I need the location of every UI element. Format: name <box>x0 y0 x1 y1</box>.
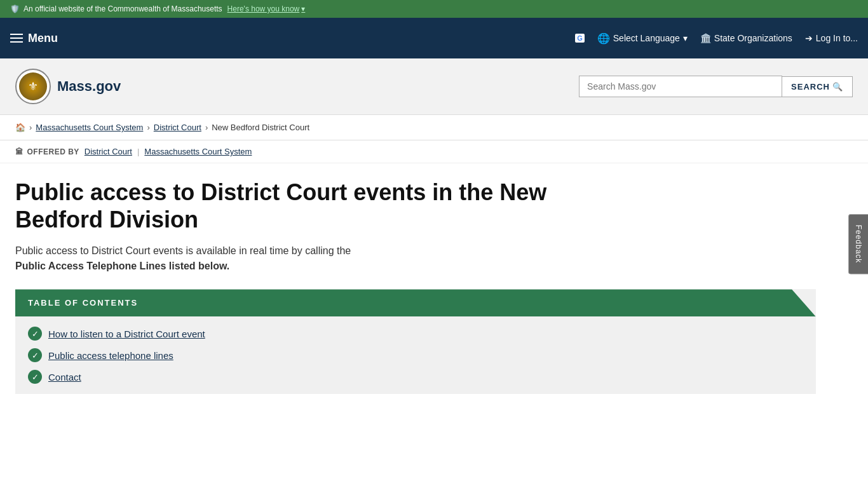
offered-by-label: 🏛 OFFERED BY <box>15 147 79 156</box>
shield-icon: 🛡️ <box>10 4 20 13</box>
offered-by-mass-court-system[interactable]: Massachusetts Court System <box>144 147 252 156</box>
heres-how-label: Here's how you know <box>227 4 300 13</box>
offered-by-district-court[interactable]: District Court <box>85 147 132 156</box>
google-translate-item[interactable]: G <box>575 34 585 43</box>
mass-seal-icon: ⚜ <box>19 72 47 100</box>
globe-icon: 🌐 <box>597 32 610 44</box>
logo-circle: ⚜ <box>15 69 51 104</box>
feedback-tab[interactable]: Feedback <box>848 214 868 274</box>
building-icon: 🏛️ <box>700 33 711 43</box>
nav-bar: Menu G 🌐 Select Language ▾ 🏛️ State Orga… <box>0 18 868 58</box>
search-area: SEARCH 🔍 <box>579 76 853 97</box>
toc-link-2[interactable]: Public access telephone lines <box>48 350 173 361</box>
home-icon[interactable]: 🏠 <box>15 123 25 132</box>
toc-link-3[interactable]: Contact <box>48 372 81 383</box>
offered-divider: | <box>137 147 139 156</box>
page-title: Public access to District Court events i… <box>15 179 587 233</box>
toc-list: ✓ How to listen to a District Court even… <box>15 316 816 394</box>
toc-check-icon-2: ✓ <box>28 348 42 362</box>
login-button[interactable]: ➔ Log In to... <box>805 33 858 43</box>
feedback-label: Feedback <box>854 225 863 264</box>
search-icon: 🔍 <box>832 82 843 92</box>
breadcrumb-sep-1: › <box>29 123 32 132</box>
page-intro-line1: Public access to District Court events i… <box>15 245 351 256</box>
language-selector[interactable]: 🌐 Select Language ▾ <box>597 32 688 44</box>
breadcrumb-sep-2: › <box>147 123 149 132</box>
site-header: ⚜ Mass.gov SEARCH 🔍 <box>0 58 868 115</box>
google-translate-icon: G <box>575 34 585 43</box>
chevron-down-icon: ▾ <box>301 4 305 13</box>
toc-header-label: TABLE OF CONTENTS <box>28 298 138 308</box>
login-label: Log In to... <box>816 33 858 43</box>
menu-label: Menu <box>28 32 58 45</box>
search-button-label: SEARCH <box>791 82 830 92</box>
main-content: Public access to District Court events i… <box>0 163 868 394</box>
search-button[interactable]: SEARCH 🔍 <box>782 76 853 97</box>
heres-how-button[interactable]: Here's how you know ▾ <box>227 4 306 13</box>
state-orgs-label: State Organizations <box>714 33 792 43</box>
toc-header: TABLE OF CONTENTS <box>15 289 816 316</box>
breadcrumb-link-1[interactable]: Massachusetts Court System <box>36 123 143 132</box>
state-orgs-button[interactable]: 🏛️ State Organizations <box>700 33 792 43</box>
top-banner: 🛡️ An official website of the Commonweal… <box>0 0 868 18</box>
page-intro-line2: Public Access Telephone Lines listed bel… <box>15 261 229 271</box>
offered-by-bar: 🏛 OFFERED BY District Court | Massachuse… <box>0 140 868 163</box>
menu-button[interactable]: Menu <box>10 32 58 45</box>
language-label: Select Language <box>613 33 680 43</box>
nav-right: G 🌐 Select Language ▾ 🏛️ State Organizat… <box>575 32 858 44</box>
breadcrumb: 🏠 › Massachusetts Court System › Distric… <box>0 115 868 140</box>
hamburger-icon <box>10 34 23 43</box>
toc-item-1: ✓ How to listen to a District Court even… <box>28 327 803 341</box>
toc-check-icon-1: ✓ <box>28 327 42 341</box>
breadcrumb-current: New Bedford District Court <box>212 123 309 132</box>
toc-check-icon-3: ✓ <box>28 370 42 384</box>
official-website-text: An official website of the Commonwealth … <box>24 4 222 13</box>
login-icon: ➔ <box>805 33 813 43</box>
toc-item-2: ✓ Public access telephone lines <box>28 348 803 362</box>
site-logo-text[interactable]: Mass.gov <box>57 78 121 95</box>
search-input[interactable] <box>579 76 782 97</box>
logo-area: ⚜ Mass.gov <box>15 69 121 104</box>
breadcrumb-link-2[interactable]: District Court <box>154 123 201 132</box>
toc-item-3: ✓ Contact <box>28 370 803 384</box>
offered-by-icon: 🏛 <box>15 147 24 156</box>
chevron-down-icon: ▾ <box>683 33 688 43</box>
official-text: 🛡️ An official website of the Commonweal… <box>10 4 222 13</box>
page-intro: Public access to District Court events i… <box>15 243 562 274</box>
breadcrumb-sep-3: › <box>205 123 208 132</box>
table-of-contents: TABLE OF CONTENTS ✓ How to listen to a D… <box>15 289 816 394</box>
toc-link-1[interactable]: How to listen to a District Court event <box>48 329 205 339</box>
